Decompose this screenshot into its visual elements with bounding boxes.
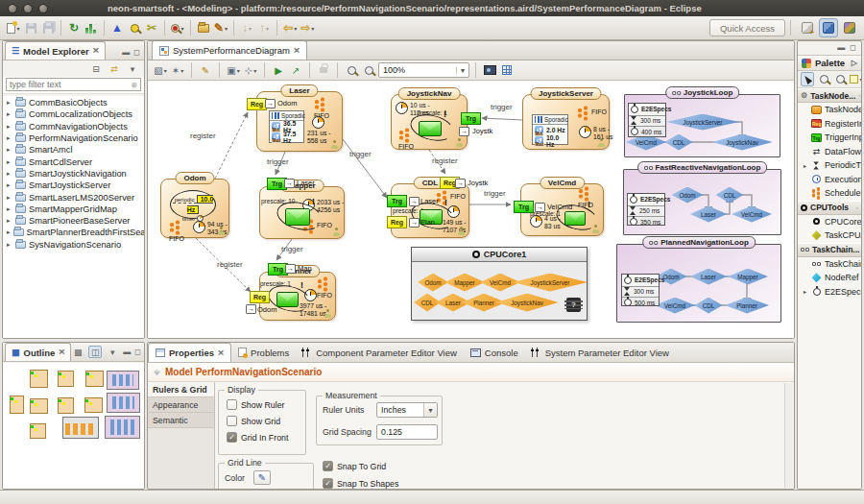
chevron-down-icon[interactable]: ▼	[456, 67, 468, 74]
new-wizard-icon[interactable]: ▾	[5, 18, 22, 37]
tab-problems[interactable]: Problems	[231, 343, 296, 362]
tasknode-joystickserver[interactable]: JoystickServerSporadic↺Min2.0 Hz↺Max10.0…	[522, 94, 610, 150]
maximize-window-icon[interactable]	[38, 4, 48, 13]
tasknode-joysticknav[interactable]: JoystickNavTrg→Joystkprescale: 1!FIFO10 …	[391, 94, 468, 150]
checkbox-show-ruler[interactable]: Show Ruler	[227, 399, 284, 410]
tree-item[interactable]: ▸SmartLaserLMS200Server	[3, 191, 144, 203]
trigger-port[interactable]: Trg	[461, 112, 481, 125]
paint-icon[interactable]: ✎	[198, 62, 213, 79]
tree-item[interactable]: ▸SysNavigationScenario	[3, 239, 144, 251]
layers-icon[interactable]: ▧▾	[153, 62, 168, 79]
cpucore-box[interactable]: CPUCore1OdomMapperVelCmdJoystickServerCD…	[411, 247, 588, 321]
properties-tab-rulers-grid[interactable]: Rulers & Grid	[148, 382, 214, 397]
tasknode-cdl[interactable]: CDLReg→JoystkTrg→LaserReg→Planprescale: …	[391, 183, 469, 238]
grid-spacing-input[interactable]	[376, 424, 438, 440]
close-editor-icon[interactable]: ❌︎	[294, 46, 300, 56]
taskchain-plannednavigationloop[interactable]: PlannedNavigationLoopOdomLaserMapperPlan…	[616, 244, 781, 323]
expander-icon[interactable]: ▸	[7, 134, 12, 142]
edge-label-register[interactable]: register	[190, 132, 216, 140]
palette-item-dataflow[interactable]: ⇄DataFlow	[798, 145, 861, 159]
open-folder-icon[interactable]	[195, 18, 212, 37]
expander-icon[interactable]: ▸	[7, 194, 12, 202]
expander-icon[interactable]: ▸	[7, 241, 12, 249]
chart-icon[interactable]	[83, 18, 100, 37]
palette-item-tasknode[interactable]: TaskNode	[798, 103, 861, 117]
cpu-task-joystickserver[interactable]: JoystickServer	[513, 274, 588, 292]
forward-icon[interactable]: ⇨▾	[299, 18, 316, 37]
diagram-canvas[interactable]: registertriggertriggerregistertriggertri…	[148, 82, 795, 339]
model-explorer-tab[interactable]: ☰ Model Explorer ❌︎	[5, 41, 106, 60]
node-title[interactable]: JoystickServer	[530, 87, 602, 100]
zoom-in-icon[interactable]	[344, 62, 359, 79]
save-icon[interactable]	[22, 18, 39, 37]
zoom-out-icon[interactable]	[361, 62, 376, 79]
trigger-port[interactable]: Trg	[387, 195, 407, 207]
e2especs-box[interactable]: E2ESpecs300 ms500 ms	[621, 274, 660, 306]
tree-item[interactable]: ▸CommBasicObjects	[3, 97, 144, 108]
palette-item-noderef[interactable]: NodeRef	[798, 271, 861, 285]
tree-item[interactable]: ▸SmartJoystickServer	[3, 180, 144, 191]
node-title[interactable]: VelCmd	[540, 177, 585, 189]
tree-item[interactable]: ▸CommLocalizationObjects	[3, 108, 144, 120]
checkbox-snap-to-grid[interactable]: ✓Snap To Grid	[323, 461, 386, 471]
clear-filter-icon[interactable]: ⊗	[131, 81, 137, 89]
minimize-window-icon[interactable]	[23, 4, 33, 13]
tab-properties[interactable]: Properties❌︎	[148, 343, 231, 362]
arrange-icon[interactable]: ⊹▾	[243, 62, 258, 79]
properties-tab-semantic[interactable]: Semantic	[148, 413, 214, 428]
search-icon[interactable]	[126, 18, 143, 37]
palette-section-header[interactable]: ⚙︎TaskNode...◦	[798, 88, 861, 103]
copy-appearance-icon[interactable]: ▣▾	[226, 62, 241, 79]
register-port[interactable]: Reg	[247, 98, 267, 110]
filters-icon[interactable]: ✶▾	[170, 62, 185, 79]
tree-item[interactable]: ▸SmartPioneerBaseServer	[3, 215, 144, 227]
palette-item-e2especs[interactable]: ▸E2ESpecs	[798, 285, 861, 300]
expander-icon[interactable]: ▸	[7, 99, 12, 107]
palette-header[interactable]: Palette ▷	[798, 55, 861, 71]
back-icon[interactable]: ⇦▾	[281, 18, 299, 37]
checkbox-snap-to-shapes[interactable]: ✓Snap To Shapes	[323, 478, 398, 489]
expander-icon[interactable]: ▸	[7, 228, 11, 236]
lock-icon[interactable]	[316, 62, 331, 79]
tab-system-parameter-editor-view[interactable]: System Parameter Editor View	[525, 343, 676, 362]
tasknode-mapper[interactable]: MapperTrg→Laserprescale: 10!FIFO2033 us …	[259, 186, 345, 239]
select-all-icon[interactable]: ▶	[271, 62, 286, 79]
edge-label-register[interactable]: register	[217, 260, 243, 269]
taskchain-joystickloop[interactable]: JoystickLoopJoystickServerJoystickNavCDL…	[624, 94, 780, 157]
collapse-section-icon[interactable]: ◦	[856, 204, 858, 211]
palette-section-header[interactable]: TaskChain...◦	[798, 243, 861, 257]
close-window-icon[interactable]	[8, 4, 17, 13]
modeling-perspective-icon[interactable]	[819, 18, 838, 37]
palette-item-scheduler[interactable]: Scheduler	[798, 186, 861, 201]
palette-section-header[interactable]: CPUTools◦	[798, 201, 861, 215]
close-view-icon[interactable]: ❌︎	[59, 348, 64, 357]
edge-label-trigger[interactable]: trigger	[281, 245, 303, 253]
editor-tab[interactable]: SystemPerformanceDiagram ❌︎	[152, 40, 307, 60]
taskchain-fastreactivenavigationloop[interactable]: FastReactiveNavigationLoopOdomCDLLaserVe…	[623, 169, 781, 235]
expander-icon[interactable]: ▸	[7, 217, 12, 225]
taskchain-title[interactable]: FastReactiveNavigationLoop	[637, 161, 768, 174]
knife-icon[interactable]: ✂	[143, 18, 160, 37]
chevron-right-icon[interactable]: ▷	[852, 59, 857, 67]
minimize-icon[interactable]: ▬	[122, 49, 130, 57]
close-view-icon[interactable]: ❌︎	[93, 46, 99, 56]
e2especs-box[interactable]: E2ESpecs250 ms350 ms	[627, 193, 665, 226]
prev-annotation-icon[interactable]: ↑▾	[255, 18, 273, 37]
minimize-icon[interactable]: ▬	[123, 348, 131, 356]
select-tool-icon[interactable]	[801, 72, 814, 86]
tree-item[interactable]: ▸SmartJoystickNavigation	[3, 168, 144, 180]
trigger-port[interactable]: Trg	[514, 201, 534, 213]
collapse-all-icon[interactable]: ⊟	[89, 62, 103, 75]
edge-label-register[interactable]: register	[432, 156, 458, 165]
maximize-icon[interactable]: ◻	[134, 348, 141, 356]
tree-item[interactable]: ▸CommNavigationObjects	[3, 121, 144, 132]
expander-icon[interactable]: ▸	[7, 110, 12, 118]
tree-item[interactable]: ▸PerformNavigationScenario	[3, 132, 144, 144]
tab-component-parameter-editor-view[interactable]: Component Parameter Editor View	[296, 343, 464, 362]
tree-item[interactable]: ▸SmartPlannerBreadthFirstSearch	[3, 227, 144, 238]
tree-item[interactable]: ▸SmartAmcl	[3, 144, 144, 156]
color-picker-button[interactable]: ✎	[253, 470, 271, 485]
close-view-icon[interactable]: ❌︎	[218, 348, 224, 358]
validate-icon[interactable]: ▲	[108, 18, 126, 37]
palette-item-taskcpuaf[interactable]: TaskCPUAf...	[798, 228, 861, 243]
